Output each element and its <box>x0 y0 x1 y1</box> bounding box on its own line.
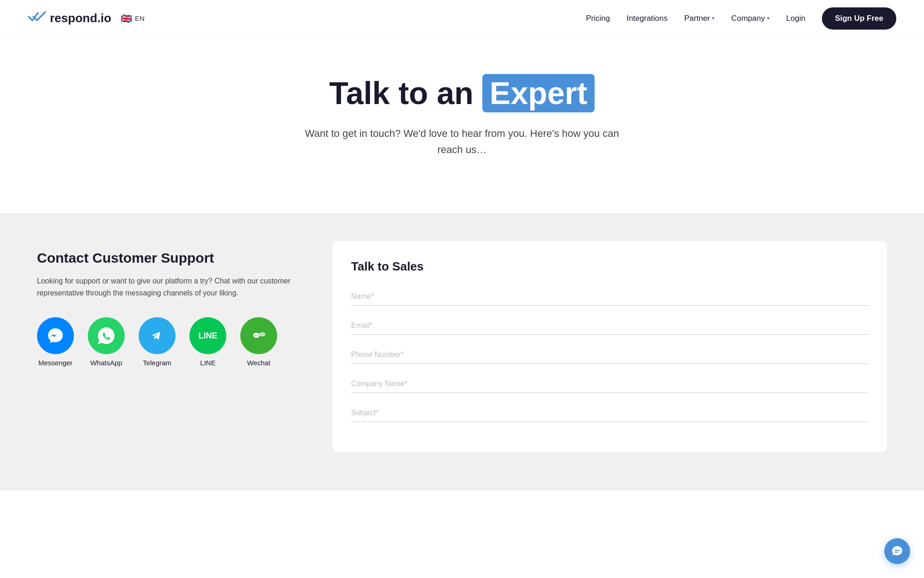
svg-point-4 <box>253 333 260 338</box>
hero-title-highlight: Expert <box>482 74 595 112</box>
form-title: Talk to Sales <box>351 259 869 274</box>
navbar-left: respond.io 🇬🇧 EN <box>28 10 145 26</box>
whatsapp-label: WhatsApp <box>90 359 122 367</box>
svg-point-9 <box>262 334 263 335</box>
company-input[interactable] <box>351 375 869 393</box>
channel-whatsapp[interactable]: WhatsApp <box>88 317 125 367</box>
navbar-right: Pricing Integrations Partner ▾ Company ▾… <box>586 7 896 30</box>
telegram-label: Telegram <box>143 359 171 367</box>
partner-dropdown-arrow: ▾ <box>712 15 715 21</box>
phone-field <box>351 346 869 364</box>
channel-messenger[interactable]: Messenger <box>37 317 74 367</box>
nav-company[interactable]: Company ▾ <box>731 14 770 23</box>
navbar: respond.io 🇬🇧 EN Pricing Integrations Pa… <box>0 0 924 37</box>
hero-subtitle: Want to get in touch? We'd love to hear … <box>305 125 619 158</box>
svg-point-5 <box>260 332 265 337</box>
left-panel: Contact Customer Support Looking for sup… <box>37 241 314 376</box>
svg-point-6 <box>255 335 256 336</box>
channel-wechat[interactable]: Wechat <box>240 317 277 367</box>
messenger-icon <box>37 317 74 354</box>
email-input[interactable] <box>351 317 869 335</box>
telegram-icon <box>139 317 176 354</box>
wechat-icon <box>240 317 277 354</box>
nav-partner[interactable]: Partner ▾ <box>684 14 715 23</box>
login-link[interactable]: Login <box>786 14 806 23</box>
channels-grid: Messenger WhatsApp <box>37 317 314 367</box>
hero-title: Talk to an Expert <box>18 74 906 112</box>
hero-title-prefix: Talk to an <box>329 75 474 111</box>
nav-pricing[interactable]: Pricing <box>586 14 610 23</box>
signup-button[interactable]: Sign Up Free <box>822 7 896 30</box>
name-field <box>351 288 869 306</box>
nav-integrations[interactable]: Integrations <box>626 14 668 23</box>
messenger-label: Messenger <box>38 359 73 367</box>
phone-input[interactable] <box>351 346 869 364</box>
logo-link[interactable]: respond.io <box>28 10 111 26</box>
svg-point-8 <box>261 334 262 335</box>
sales-form-panel: Talk to Sales <box>333 241 887 452</box>
logo-check-icon <box>28 10 46 26</box>
channel-telegram[interactable]: Telegram <box>139 317 176 367</box>
support-title: Contact Customer Support <box>37 250 314 266</box>
svg-text:LINE: LINE <box>198 331 217 340</box>
whatsapp-icon <box>88 317 125 354</box>
logo-text: respond.io <box>50 11 111 25</box>
content-section: Contact Customer Support Looking for sup… <box>0 213 924 491</box>
lang-selector[interactable]: 🇬🇧 EN <box>121 13 145 24</box>
hero-section: Talk to an Expert Want to get in touch? … <box>0 37 924 213</box>
support-description: Looking for support or want to give our … <box>37 275 314 299</box>
wechat-label: Wechat <box>247 359 271 367</box>
email-field <box>351 317 869 335</box>
subject-field <box>351 404 869 422</box>
line-icon: LINE <box>189 317 226 354</box>
subject-input[interactable] <box>351 404 869 422</box>
line-label: LINE <box>200 359 215 367</box>
lang-code: EN <box>135 14 145 22</box>
company-field <box>351 375 869 393</box>
svg-point-7 <box>257 335 258 336</box>
company-dropdown-arrow: ▾ <box>767 15 770 21</box>
name-input[interactable] <box>351 288 869 306</box>
channel-line[interactable]: LINE LINE <box>189 317 226 367</box>
